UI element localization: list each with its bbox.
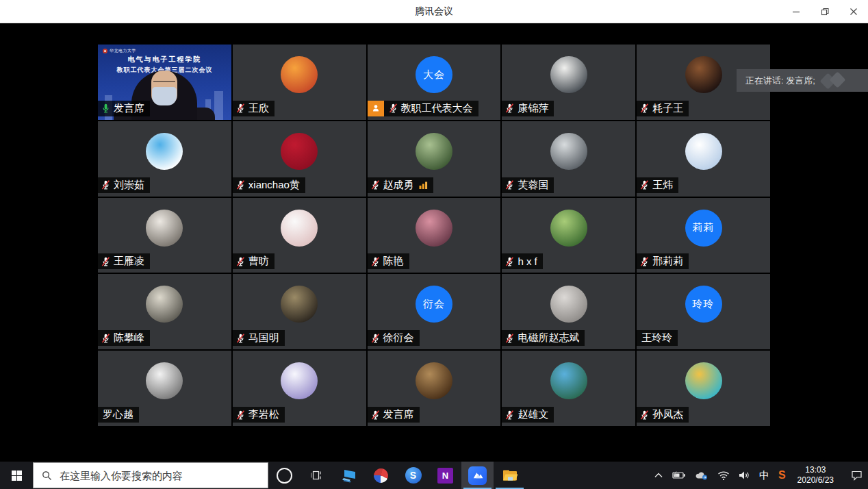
participant-label: 教职工代表大会	[368, 101, 478, 116]
mic-muted-icon	[101, 256, 111, 267]
mic-muted-icon	[370, 256, 381, 267]
video-tile[interactable]: 玲玲 王玲玲	[637, 274, 770, 349]
close-button[interactable]	[839, 0, 868, 23]
video-tile[interactable]: 刘崇茹	[98, 121, 231, 197]
battery-status[interactable]	[672, 471, 686, 479]
participant-name: 孙凤杰	[652, 408, 683, 421]
task-view-button[interactable]	[301, 462, 333, 489]
cortana-button[interactable]	[268, 462, 301, 489]
speaker-face-mask	[152, 87, 177, 105]
onenote-icon: N	[437, 468, 453, 484]
avatar	[685, 362, 722, 399]
participant-label: 王玲玲	[637, 330, 678, 346]
cortana-icon	[277, 468, 292, 484]
meeting-logo-watermark-icon	[819, 72, 852, 90]
windows-logo-icon	[12, 471, 22, 481]
mic-muted-icon	[639, 179, 650, 190]
video-tile[interactable]: 曹昉	[233, 198, 366, 273]
video-tile[interactable]: 华北电力大学 电气与电子工程学院 教职工代表大会第三届二次会议 发言席	[98, 45, 231, 120]
onenote-button[interactable]: N	[429, 462, 461, 489]
video-tile[interactable]: 孙凤杰	[637, 351, 770, 426]
clock-date: 2020/6/23	[797, 475, 834, 486]
participant-label: 陈艳	[368, 253, 409, 269]
file-explorer-button[interactable]	[494, 462, 526, 489]
video-tile[interactable]: 王雁凌	[98, 198, 231, 273]
video-tile[interactable]: xianchao黄	[233, 121, 366, 197]
window-title: 腾讯会议	[0, 0, 868, 23]
video-tile[interactable]: 马国明	[233, 274, 366, 349]
screenshot-tool-button[interactable]	[365, 462, 397, 489]
speaker-face	[151, 71, 177, 105]
video-tile[interactable]: 罗心越	[98, 351, 231, 426]
avatar	[281, 133, 318, 170]
participant-name: 王炜	[652, 179, 673, 192]
pc-app-button[interactable]	[333, 462, 365, 489]
avatar	[416, 210, 452, 247]
video-tile[interactable]: h x f	[502, 198, 635, 273]
participant-label: 赵雄文	[502, 407, 554, 423]
video-tile[interactable]: 莉莉 邢莉莉	[637, 198, 770, 273]
video-tile[interactable]: 王炜	[637, 121, 770, 197]
search-input[interactable]	[58, 469, 268, 482]
video-tile[interactable]: 大会 教职工代表大会	[368, 45, 501, 120]
participant-label: 耗子王	[637, 101, 689, 116]
participant-name: 王雁凌	[114, 255, 144, 268]
video-tile[interactable]: 赵成勇	[368, 121, 501, 197]
video-tile[interactable]: 陈攀峰	[98, 274, 231, 349]
video-tile[interactable]: 衍会 徐衍会	[368, 274, 501, 349]
wifi-status[interactable]	[717, 471, 730, 480]
university-logo-text: 华北电力大学	[110, 48, 136, 54]
sogou-browser-button[interactable]: S	[397, 462, 429, 489]
window-controls	[782, 0, 868, 23]
sogou-ime-icon[interactable]: S	[778, 469, 786, 481]
ime-indicator[interactable]: 中	[759, 469, 769, 482]
mic-muted-icon	[101, 333, 111, 344]
avatar	[685, 56, 722, 93]
taskbar-clock[interactable]: 13:03 2020/6/23	[795, 465, 837, 486]
restore-button[interactable]	[810, 0, 839, 23]
university-logo: 华北电力大学	[103, 48, 136, 54]
system-tray: 中 S 13:03 2020/6/23	[654, 465, 868, 486]
avatar	[685, 133, 722, 170]
tencent-meeting-button[interactable]	[461, 462, 494, 489]
screenshot-tool-icon	[372, 466, 390, 484]
mic-muted-icon	[505, 179, 515, 190]
minimize-button[interactable]	[782, 0, 810, 23]
participant-label: 徐衍会	[368, 330, 420, 346]
video-tile[interactable]: 赵雄文	[502, 351, 635, 426]
volume-status[interactable]	[739, 471, 750, 480]
tray-expand-button[interactable]	[654, 472, 663, 479]
participant-name: 芙蓉国	[518, 179, 548, 192]
taskbar-search[interactable]	[33, 462, 268, 488]
video-tile[interactable]: 发言席	[368, 351, 501, 426]
network-signal-icon	[419, 181, 428, 189]
avatar	[550, 210, 587, 247]
participant-label: 马国明	[233, 330, 285, 346]
clock-time: 13:03	[797, 465, 834, 475]
cloud-icon	[695, 471, 709, 480]
slide-title-line1: 电气与电子工程学院	[98, 55, 231, 64]
participant-name: 刘崇茹	[114, 179, 144, 192]
restore-icon	[821, 8, 829, 16]
action-center-button[interactable]	[851, 470, 863, 481]
onedrive-status[interactable]	[695, 471, 709, 480]
mic-on-icon	[101, 103, 111, 114]
avatar	[146, 133, 183, 170]
participant-name: 发言席	[114, 102, 144, 115]
video-tile[interactable]: 陈艳	[368, 198, 501, 273]
mic-muted-icon	[505, 103, 515, 114]
video-tile[interactable]: 康锦萍	[502, 45, 635, 120]
video-tile[interactable]: 王欣	[233, 45, 366, 120]
start-button[interactable]	[0, 462, 33, 489]
mic-muted-icon	[101, 179, 111, 190]
mic-muted-icon	[235, 256, 246, 267]
video-tile[interactable]: 电磁所赵志斌	[502, 274, 635, 349]
avatar	[416, 133, 452, 170]
avatar	[146, 286, 183, 323]
video-tile[interactable]: 李岩松	[233, 351, 366, 426]
mic-muted-icon	[639, 103, 650, 114]
avatar	[550, 362, 587, 399]
video-tile[interactable]: 芙蓉国	[502, 121, 635, 197]
mic-muted-icon	[505, 256, 515, 267]
participant-label: 康锦萍	[502, 101, 554, 116]
